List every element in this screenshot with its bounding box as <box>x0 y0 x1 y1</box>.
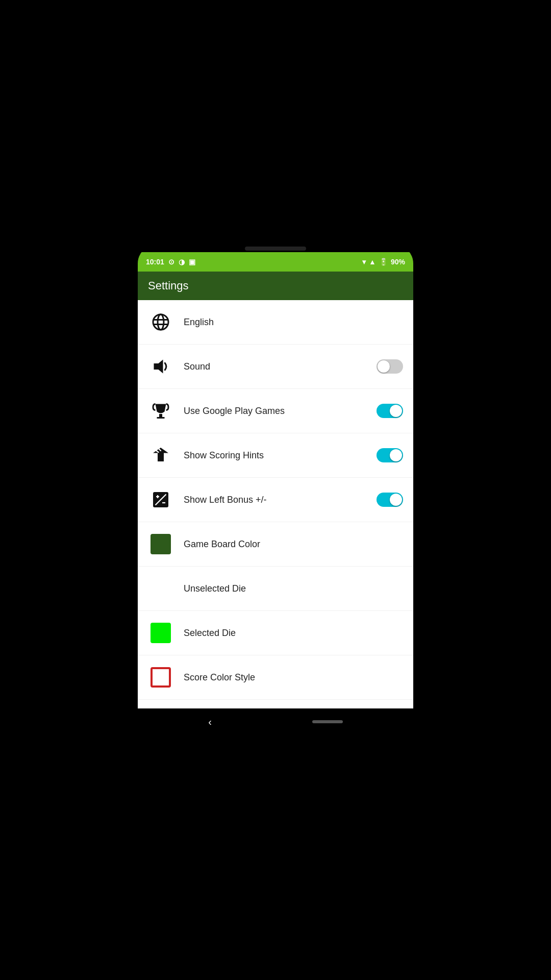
game-board-color-icon <box>148 531 173 557</box>
home-pill[interactable] <box>312 720 343 723</box>
phone-frame: 10:01 ⊙ ◑ ▣ ▾ ▲ 🔋 90% Settings <box>138 245 413 735</box>
battery-icon: 🔋 <box>379 258 388 266</box>
google-play-label: Use Google Play Games <box>184 406 377 416</box>
settings-list: English Sound <box>138 300 413 708</box>
settings-item-scoring-hints[interactable]: Show Scoring Hints <box>138 433 413 478</box>
scoring-hints-toggle[interactable] <box>377 448 403 462</box>
time-display: 10:01 <box>146 258 164 266</box>
wifi-icon: ▾ <box>362 258 366 266</box>
game-board-color-label: Game Board Color <box>184 539 403 550</box>
status-bar: 10:01 ⊙ ◑ ▣ ▾ ▲ 🔋 90% <box>138 252 413 272</box>
score-color-style-label: Score Color Style <box>184 672 403 683</box>
svg-point-0 <box>153 314 168 330</box>
battery-percent: 90% <box>391 258 405 266</box>
settings-item-selected-die[interactable]: Selected Die <box>138 611 413 655</box>
toolbar: Settings <box>138 272 413 300</box>
alarm-icon: ◑ <box>179 258 185 266</box>
sync-icon: ⊙ <box>168 258 174 266</box>
sound-label: Sound <box>184 361 377 372</box>
back-button[interactable]: ‹ <box>208 716 212 728</box>
svg-rect-5 <box>159 414 162 417</box>
unselected-die-icon <box>148 576 173 601</box>
google-play-toggle[interactable] <box>377 404 403 418</box>
bottom-navigation: ‹ <box>138 708 413 735</box>
settings-item-language[interactable]: English <box>138 300 413 345</box>
status-right: ▾ ▲ 🔋 90% <box>362 258 405 266</box>
trophy-icon <box>148 398 173 424</box>
page-title: Settings <box>148 279 189 292</box>
selected-die-icon <box>148 620 173 646</box>
left-bonus-toggle[interactable] <box>377 493 403 507</box>
svg-rect-6 <box>157 417 165 419</box>
score-color-style-icon <box>148 665 173 690</box>
exposure-icon <box>148 487 173 512</box>
selected-die-label: Selected Die <box>184 628 403 639</box>
score-color-swatch <box>151 667 171 688</box>
settings-item-unselected-die[interactable]: Unselected Die <box>138 567 413 611</box>
signal-icon: ▲ <box>369 258 376 266</box>
svg-marker-4 <box>154 360 163 374</box>
notch-bar <box>138 245 413 252</box>
settings-item-google-play[interactable]: Use Google Play Games <box>138 389 413 433</box>
sound-toggle[interactable] <box>377 359 403 374</box>
left-bonus-label: Show Left Bonus +/- <box>184 495 377 505</box>
phone-icon: ▣ <box>189 258 195 266</box>
game-board-swatch <box>151 534 171 554</box>
sound-icon <box>148 354 173 379</box>
selected-die-swatch <box>151 623 171 643</box>
scoring-hints-icon <box>148 443 173 468</box>
settings-item-game-board-color[interactable]: Game Board Color <box>138 522 413 567</box>
status-left: 10:01 ⊙ ◑ ▣ <box>146 258 362 266</box>
settings-item-sound[interactable]: Sound <box>138 345 413 389</box>
unselected-die-label: Unselected Die <box>184 583 403 594</box>
scoring-hints-label: Show Scoring Hints <box>184 450 377 461</box>
language-label: English <box>184 317 403 328</box>
settings-item-left-bonus[interactable]: Show Left Bonus +/- <box>138 478 413 522</box>
svg-point-1 <box>158 314 164 330</box>
settings-item-score-color-style[interactable]: Score Color Style <box>138 655 413 700</box>
language-icon <box>148 309 173 335</box>
notch <box>245 247 306 251</box>
